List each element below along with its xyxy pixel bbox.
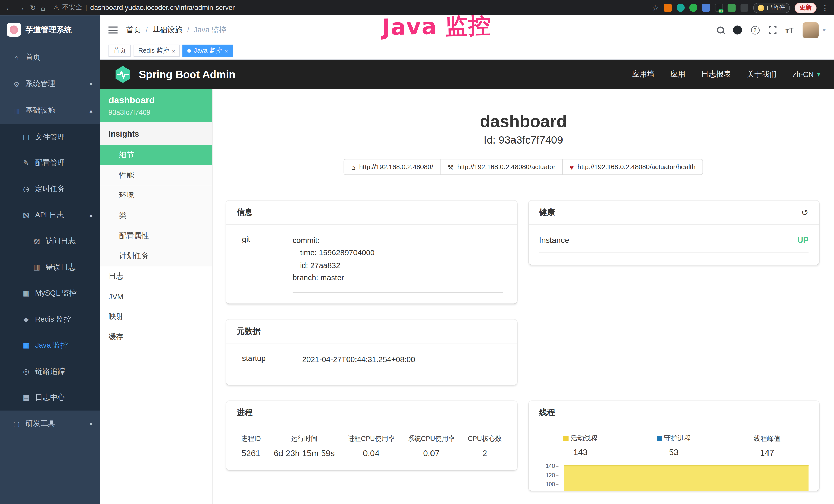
- paused-badge[interactable]: 已暂停: [753, 2, 790, 13]
- sba-nav-journal[interactable]: 日志报表: [701, 70, 731, 79]
- sba-nav-wallboard[interactable]: 应用墙: [632, 70, 655, 79]
- help-icon[interactable]: ?: [751, 26, 759, 34]
- sba-instance-header[interactable]: dashboard 93a3fc7f7409: [100, 89, 212, 122]
- history-icon[interactable]: ↺: [802, 207, 809, 217]
- sba-item-caches[interactable]: 缓存: [100, 327, 212, 347]
- close-icon[interactable]: ×: [172, 47, 175, 54]
- sba-item-environment[interactable]: 环境: [100, 186, 212, 206]
- sba-item-beans[interactable]: 类: [100, 206, 212, 226]
- extension-icon[interactable]: [676, 4, 684, 12]
- sidebar-item-redis-monitor[interactable]: ◆ Redis 监控: [0, 306, 100, 332]
- extension-icon[interactable]: [715, 4, 723, 12]
- extension-icon[interactable]: [663, 4, 672, 12]
- sba-nav-about[interactable]: 关于我们: [747, 70, 777, 79]
- extension-icon[interactable]: [702, 4, 710, 12]
- sidebar-item-scheduled-jobs[interactable]: ◷ 定时任务: [0, 176, 100, 202]
- y-axis-tick: 140: [541, 463, 558, 469]
- github-icon[interactable]: [733, 25, 742, 35]
- sba-item-mappings[interactable]: 映射: [100, 307, 212, 327]
- sidebar-item-config-management[interactable]: ✎ 配置管理: [0, 150, 100, 176]
- close-icon[interactable]: ×: [224, 47, 228, 54]
- sba-nav-applications[interactable]: 应用: [671, 70, 685, 79]
- sidebar-item-error-log[interactable]: ▥ 错误日志: [0, 254, 100, 280]
- sba-brand[interactable]: Spring Boot Admin: [139, 68, 235, 81]
- sba-item-scheduled-tasks[interactable]: 计划任务: [100, 246, 212, 267]
- tab-bar: 首页 Redis 监控 × Java 监控 ×: [100, 45, 834, 60]
- status-badge: UP: [797, 235, 808, 245]
- legend-label: 活动线程: [571, 434, 597, 443]
- health-url-button[interactable]: ♥ http://192.168.0.2:48080/actuator/heal…: [562, 159, 703, 175]
- bookmark-star-icon[interactable]: ☆: [652, 4, 659, 12]
- sba-item-metrics[interactable]: 性能: [100, 165, 212, 186]
- security-label[interactable]: 不安全: [62, 3, 82, 12]
- url-separator: |: [85, 4, 87, 12]
- sidebar-item-mysql-monitor[interactable]: ▥ MySQL 监控: [0, 280, 100, 306]
- service-url-button[interactable]: ⌂ http://192.168.0.2:48080/: [344, 159, 441, 175]
- fullscreen-icon[interactable]: [768, 26, 776, 34]
- log-icon: ▧: [20, 211, 32, 219]
- sba-item-jvm[interactable]: JVM: [100, 287, 212, 307]
- collapse-sidebar-icon[interactable]: [108, 27, 117, 33]
- instance-links: ⌂ http://192.168.0.2:48080/ ⚒ http://192…: [213, 159, 834, 175]
- health-card-title: 健康: [539, 207, 555, 217]
- tab-label: 首页: [113, 46, 126, 55]
- tab-home[interactable]: 首页: [108, 45, 131, 57]
- edit-icon: ✎: [20, 159, 32, 167]
- sidebar-item-java-monitor[interactable]: ▣ Java 监控: [0, 332, 100, 358]
- sba-language-select[interactable]: zh-CN ▾: [793, 70, 820, 78]
- extension-icon[interactable]: [727, 4, 736, 12]
- app-logo-row[interactable]: 芋道管理系统: [0, 16, 100, 44]
- actuator-url-button[interactable]: ⚒ http://192.168.0.2:48080/actuator: [440, 159, 563, 175]
- back-icon[interactable]: ←: [5, 4, 13, 12]
- tab-java-monitor[interactable]: Java 监控 ×: [183, 45, 233, 57]
- browser-menu-icon[interactable]: ⋮: [821, 4, 829, 12]
- sidebar-item-log-center[interactable]: ▤ 日志中心: [0, 384, 100, 410]
- sba-item-details[interactable]: 细节: [100, 145, 212, 165]
- info-card-title: 信息: [237, 207, 253, 217]
- search-icon[interactable]: [717, 27, 724, 33]
- process-col-value: 6d 23h 15m 59s: [274, 449, 335, 459]
- sidebar-item-system-management[interactable]: ⚙ 系统管理 ▾: [0, 71, 100, 97]
- sidebar-item-label: Redis 监控: [35, 315, 71, 324]
- url-text[interactable]: dashboard.yudao.iocoder.cn/infra/admin-s…: [90, 4, 235, 12]
- font-size-icon[interactable]: тT: [786, 26, 794, 34]
- address-bar[interactable]: ⚠ 不安全 | dashboard.yudao.iocoder.cn/infra…: [53, 3, 648, 12]
- sidebar-item-dev-tools[interactable]: ▢ 研发工具 ▾: [0, 411, 100, 437]
- info-git-value: commit: time: 1596289704000 id: 27aa832 …: [292, 234, 503, 293]
- sidebar-item-link-tracing[interactable]: ◎ 链路追踪: [0, 359, 100, 384]
- sidebar-item-file-management[interactable]: ▤ 文件管理: [0, 124, 100, 150]
- sidebar-item-api-log[interactable]: ▧ API 日志 ▴: [0, 202, 100, 228]
- metadata-card: 元数据 startup 2021-04-27T00:44:31.254+08:0…: [226, 319, 517, 385]
- sidebar-item-home[interactable]: ⌂ 首页: [0, 44, 100, 71]
- sba-item-config-props[interactable]: 配置属性: [100, 226, 212, 246]
- app-logo: [7, 23, 21, 37]
- smiley-icon: [758, 5, 764, 11]
- reload-icon[interactable]: ↻: [30, 4, 36, 12]
- sidebar-item-infrastructure[interactable]: ▦ 基础设施 ▴: [0, 97, 100, 124]
- avatar[interactable]: [803, 22, 818, 38]
- extension-icon[interactable]: [689, 4, 697, 12]
- sidebar-item-access-log[interactable]: ▨ 访问日志: [0, 228, 100, 254]
- legend-blue-swatch: [657, 436, 662, 441]
- update-button[interactable]: 更新: [795, 2, 816, 13]
- sidebar-item-label: 错误日志: [46, 262, 75, 272]
- browser-home-icon[interactable]: ⌂: [41, 4, 45, 12]
- git-branch-line: branch: master: [292, 272, 503, 284]
- active-dot-icon: [188, 49, 191, 53]
- forward-icon[interactable]: →: [18, 4, 25, 12]
- breadcrumb-home[interactable]: 首页: [126, 25, 141, 35]
- sba-item-loggers[interactable]: 日志: [100, 266, 212, 287]
- database-icon: ▥: [20, 289, 32, 297]
- tab-redis-monitor[interactable]: Redis 监控 ×: [134, 45, 180, 57]
- process-col-cpus: CPU核心数 2: [468, 435, 502, 459]
- sidebar-item-label: 基础设施: [25, 106, 55, 115]
- process-col-header: CPU核心数: [468, 435, 502, 444]
- process-col-uptime: 运行时间 6d 23h 15m 59s: [274, 435, 335, 459]
- sidebar-item-label: 链路追踪: [35, 367, 65, 376]
- service-url-label: http://192.168.0.2:48080/: [359, 163, 433, 171]
- breadcrumb-infrastructure[interactable]: 基础设施: [153, 25, 182, 35]
- extension-icon[interactable]: [740, 4, 748, 12]
- caret-down-icon[interactable]: ▾: [823, 27, 825, 33]
- sba-language-label: zh-CN: [793, 70, 814, 78]
- app-title: 芋道管理系统: [25, 25, 72, 35]
